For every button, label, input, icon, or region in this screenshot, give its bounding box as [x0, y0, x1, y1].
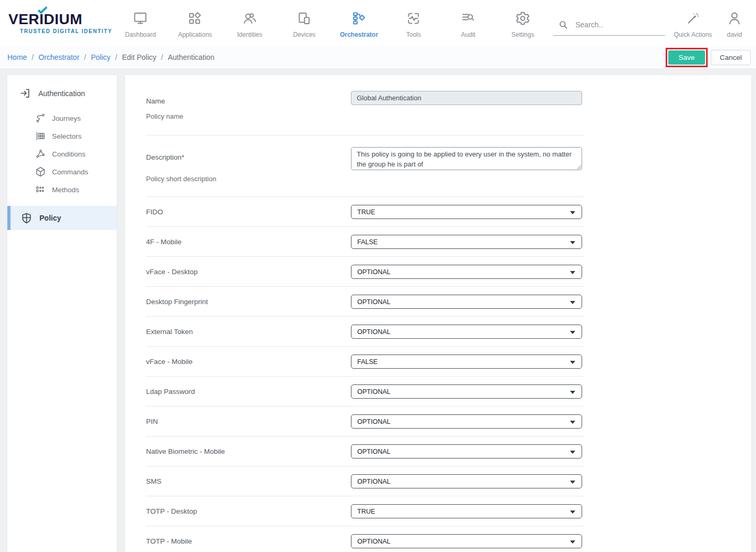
sidebar-item-conditions[interactable]: Conditions	[7, 145, 117, 163]
totp-desktop-select[interactable]: TRUE	[351, 504, 582, 518]
sidebar-item-authentication[interactable]: Authentication	[7, 81, 117, 105]
name-sublabel: Policy name	[146, 112, 351, 120]
ldap-password-select[interactable]: OPTIONAL	[351, 384, 582, 399]
nav-item-tools[interactable]: Tools	[386, 0, 441, 46]
conditions-icon	[35, 148, 46, 160]
totp-mobile-label: TOTP - Mobile	[146, 537, 351, 545]
nav-item-audit[interactable]: Audit	[441, 0, 495, 46]
breadcrumb-separator: /	[84, 53, 86, 61]
fido-select-value: TRUE	[357, 209, 375, 216]
nav-item-applications[interactable]: Applications	[168, 0, 222, 46]
search-input[interactable]	[575, 20, 659, 29]
settings-icon	[515, 11, 531, 26]
pin-select[interactable]: OPTIONAL	[351, 414, 582, 429]
breadcrumb-policy[interactable]: Policy	[91, 53, 110, 61]
sidebar-subitems: Journeys Selectors Conditions Commands M…	[7, 105, 117, 204]
desktop-fingerprint-select[interactable]: OPTIONAL	[351, 295, 582, 309]
sidebar-item-commands[interactable]: Commands	[7, 163, 117, 181]
logo-checkmark-icon	[37, 6, 48, 14]
methods-icon	[35, 184, 46, 195]
journeys-icon	[35, 112, 46, 124]
chevron-down-icon	[570, 211, 575, 214]
sidebar-item-policy[interactable]: Policy	[7, 206, 117, 230]
form-row-pin: PIN OPTIONAL	[146, 407, 585, 436]
totp-mobile-select-value: OPTIONAL	[357, 538, 390, 545]
login-icon	[19, 87, 32, 100]
breadcrumb-home[interactable]: Home	[7, 53, 27, 61]
nav-item-dashboard[interactable]: Dashboard	[113, 0, 168, 46]
nav-label-orchestrator: Orchestrator	[340, 31, 378, 38]
save-button[interactable]: Save	[668, 50, 705, 65]
breadcrumb-orchestrator[interactable]: Orchestrator	[38, 53, 79, 61]
chevron-down-icon	[570, 421, 575, 424]
tools-icon	[406, 11, 421, 26]
form-row-name: Name Policy name	[146, 75, 585, 136]
sidebar-item-label: Policy	[39, 214, 61, 222]
external-token-select[interactable]: OPTIONAL	[351, 325, 582, 339]
breadcrumb-authentication: Authentication	[168, 53, 214, 61]
form-row-external-token: External Token OPTIONAL	[146, 317, 585, 347]
applications-icon	[187, 11, 203, 26]
native-biometric-mobile-select[interactable]: OPTIONAL	[351, 444, 582, 459]
chevron-down-icon	[570, 361, 575, 364]
nav-item-devices[interactable]: Devices	[277, 0, 332, 46]
breadcrumb-edit-policy: Edit Policy	[122, 53, 156, 61]
sidebar-item-methods[interactable]: Methods	[7, 181, 117, 199]
totp-desktop-select-value: TRUE	[357, 508, 375, 515]
form-row-description: Description* Policy short description Th…	[146, 136, 585, 197]
policy-description-textarea[interactable]: This policy is going to be applied to ev…	[351, 147, 582, 170]
user-name-label: david	[727, 31, 742, 38]
selectors-icon	[35, 130, 46, 142]
sidebar-item-label: Authentication	[38, 89, 85, 98]
vface-mobile-select[interactable]: FALSE	[351, 355, 582, 369]
user-menu[interactable]: david	[717, 0, 752, 46]
nav-label-audit: Audit	[461, 31, 475, 38]
form-row-vface-mobile: vFace - Mobile FALSE	[146, 347, 585, 377]
sidebar: Authentication Journeys Selectors Condit…	[7, 75, 117, 552]
pin-label: PIN	[146, 418, 351, 425]
commands-icon	[35, 166, 46, 178]
sidebar-item-label: Methods	[52, 186, 79, 194]
nav-label-devices: Devices	[293, 31, 316, 38]
chevron-down-icon	[570, 481, 575, 484]
vface-mobile-label: vFace - Mobile	[146, 358, 351, 366]
4f-mobile-select[interactable]: FALSE	[351, 235, 582, 249]
breadcrumb-separator: /	[32, 53, 34, 61]
breadcrumb-separator: /	[161, 53, 163, 61]
sidebar-item-journeys[interactable]: Journeys	[7, 109, 117, 127]
chevron-down-icon	[570, 301, 575, 304]
sidebar-item-label: Commands	[52, 168, 88, 176]
desktop-fingerprint-label: Desktop Fingerprint	[146, 298, 351, 306]
save-button-highlight-annotation: Save	[666, 48, 708, 67]
quick-actions-button[interactable]: Quick Actions	[668, 0, 717, 46]
chevron-down-icon	[570, 511, 575, 514]
totp-mobile-select[interactable]: OPTIONAL	[351, 534, 582, 548]
dashboard-icon	[132, 11, 148, 26]
chevron-down-icon	[570, 241, 575, 244]
sms-select[interactable]: OPTIONAL	[351, 474, 582, 488]
policy-name-input[interactable]	[351, 91, 582, 105]
main-area: Authentication Journeys Selectors Condit…	[0, 68, 756, 552]
breadcrumb-bar: Home / Orchestrator / Policy / Edit Poli…	[0, 46, 756, 68]
sms-select-value: OPTIONAL	[357, 478, 390, 485]
native-biometric-mobile-label: Native Biometric - Mobile	[146, 447, 351, 455]
ldap-password-label: Ldap Password	[146, 388, 351, 395]
nav-item-identities[interactable]: Identities	[222, 0, 277, 46]
global-search	[553, 19, 665, 36]
totp-desktop-label: TOTP - Desktop	[146, 507, 351, 515]
desktop-fingerprint-select-value: OPTIONAL	[357, 298, 390, 306]
veridium-admin-screen: VERIDIUM TRUSTED DIGITAL IDENTITY Dashbo…	[0, 0, 756, 552]
veridium-logo[interactable]: VERIDIUM TRUSTED DIGITAL IDENTITY	[0, 0, 113, 46]
nav-item-orchestrator[interactable]: Orchestrator	[332, 0, 386, 46]
search-icon	[557, 19, 569, 30]
form-row-desktop-fingerprint: Desktop Fingerprint OPTIONAL	[146, 287, 585, 317]
cancel-button[interactable]: Cancel	[711, 50, 751, 65]
vface-desktop-select[interactable]: OPTIONAL	[351, 265, 582, 279]
identities-icon	[242, 11, 257, 26]
nav-label-identities: Identities	[237, 31, 262, 38]
fido-select[interactable]: TRUE	[351, 205, 582, 219]
sidebar-item-label: Journeys	[52, 114, 81, 122]
primary-nav: Dashboard Applications Identities Device…	[113, 0, 550, 46]
sidebar-item-selectors[interactable]: Selectors	[7, 127, 117, 145]
nav-item-settings[interactable]: Settings	[495, 0, 550, 46]
